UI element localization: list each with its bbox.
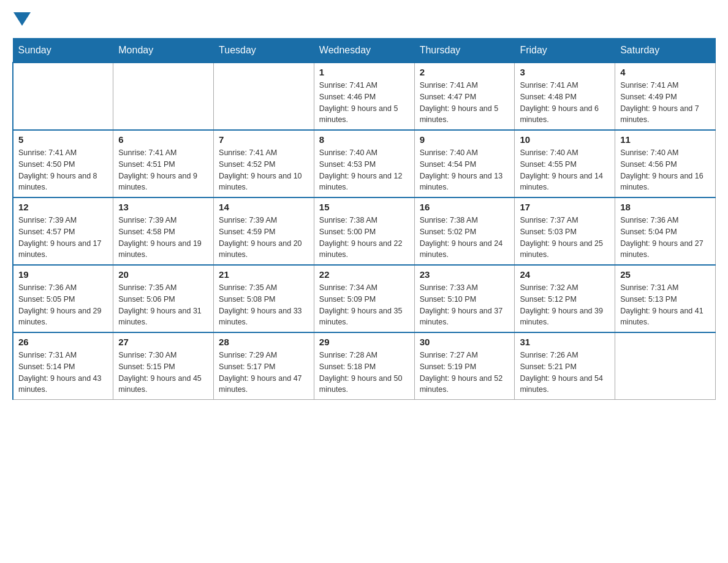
calendar-cell: 30Sunrise: 7:27 AMSunset: 5:19 PMDayligh… [414, 332, 515, 400]
calendar-cell: 11Sunrise: 7:40 AMSunset: 4:56 PMDayligh… [615, 130, 716, 197]
day-number: 17 [520, 202, 610, 212]
day-info: Sunrise: 7:28 AMSunset: 5:18 PMDaylight:… [319, 350, 409, 396]
calendar-cell: 3Sunrise: 7:41 AMSunset: 4:48 PMDaylight… [515, 63, 615, 130]
page-header [12, 12, 716, 26]
day-number: 6 [118, 134, 208, 145]
calendar-cell: 10Sunrise: 7:40 AMSunset: 4:55 PMDayligh… [515, 130, 615, 197]
day-number: 24 [520, 269, 610, 280]
day-number: 5 [18, 134, 108, 145]
day-number: 4 [620, 67, 710, 77]
day-info: Sunrise: 7:38 AMSunset: 5:00 PMDaylight:… [319, 215, 409, 261]
calendar-cell: 23Sunrise: 7:33 AMSunset: 5:10 PMDayligh… [414, 265, 515, 332]
day-number: 11 [620, 134, 710, 145]
day-info: Sunrise: 7:40 AMSunset: 4:55 PMDaylight:… [520, 147, 610, 193]
day-number: 21 [219, 269, 309, 280]
calendar-cell: 26Sunrise: 7:31 AMSunset: 5:14 PMDayligh… [13, 332, 113, 400]
calendar-cell: 27Sunrise: 7:30 AMSunset: 5:15 PMDayligh… [113, 332, 214, 400]
day-info: Sunrise: 7:31 AMSunset: 5:13 PMDaylight:… [620, 282, 710, 328]
day-number: 29 [319, 337, 409, 347]
calendar-header-row: SundayMondayTuesdayWednesdayThursdayFrid… [13, 39, 716, 63]
calendar-cell: 28Sunrise: 7:29 AMSunset: 5:17 PMDayligh… [214, 332, 314, 400]
calendar-cell: 14Sunrise: 7:39 AMSunset: 4:59 PMDayligh… [214, 197, 314, 265]
day-of-week-header: Sunday [13, 39, 113, 63]
day-number: 18 [620, 202, 710, 212]
calendar-cell: 9Sunrise: 7:40 AMSunset: 4:54 PMDaylight… [414, 130, 515, 197]
calendar-cell: 12Sunrise: 7:39 AMSunset: 4:57 PMDayligh… [13, 197, 113, 265]
calendar-cell [113, 63, 214, 130]
calendar-cell: 2Sunrise: 7:41 AMSunset: 4:47 PMDaylight… [414, 63, 515, 130]
calendar-cell: 21Sunrise: 7:35 AMSunset: 5:08 PMDayligh… [214, 265, 314, 332]
day-number: 12 [18, 202, 108, 212]
svg-marker-0 [13, 12, 31, 26]
day-of-week-header: Friday [515, 39, 615, 63]
day-number: 3 [520, 67, 610, 77]
day-info: Sunrise: 7:32 AMSunset: 5:12 PMDaylight:… [520, 282, 610, 328]
calendar-cell [214, 63, 314, 130]
calendar-cell: 18Sunrise: 7:36 AMSunset: 5:04 PMDayligh… [615, 197, 716, 265]
calendar-cell: 5Sunrise: 7:41 AMSunset: 4:50 PMDaylight… [13, 130, 113, 197]
calendar-week-row: 12Sunrise: 7:39 AMSunset: 4:57 PMDayligh… [13, 197, 716, 265]
day-info: Sunrise: 7:39 AMSunset: 4:58 PMDaylight:… [118, 215, 208, 261]
day-info: Sunrise: 7:40 AMSunset: 4:53 PMDaylight:… [319, 147, 409, 193]
day-info: Sunrise: 7:39 AMSunset: 4:59 PMDaylight:… [219, 215, 309, 261]
day-number: 8 [319, 134, 409, 145]
calendar-cell: 29Sunrise: 7:28 AMSunset: 5:18 PMDayligh… [314, 332, 414, 400]
calendar-cell: 24Sunrise: 7:32 AMSunset: 5:12 PMDayligh… [515, 265, 615, 332]
calendar-week-row: 26Sunrise: 7:31 AMSunset: 5:14 PMDayligh… [13, 332, 716, 400]
calendar-week-row: 5Sunrise: 7:41 AMSunset: 4:50 PMDaylight… [13, 130, 716, 197]
day-number: 25 [620, 269, 710, 280]
day-number: 2 [420, 67, 510, 77]
day-info: Sunrise: 7:40 AMSunset: 4:56 PMDaylight:… [620, 147, 710, 193]
calendar-cell: 31Sunrise: 7:26 AMSunset: 5:21 PMDayligh… [515, 332, 615, 400]
day-of-week-header: Thursday [414, 39, 515, 63]
calendar-cell: 22Sunrise: 7:34 AMSunset: 5:09 PMDayligh… [314, 265, 414, 332]
calendar-cell [615, 332, 716, 400]
day-number: 31 [520, 337, 610, 347]
day-info: Sunrise: 7:35 AMSunset: 5:06 PMDaylight:… [118, 282, 208, 328]
calendar-cell: 1Sunrise: 7:41 AMSunset: 4:46 PMDaylight… [314, 63, 414, 130]
day-info: Sunrise: 7:39 AMSunset: 4:57 PMDaylight:… [18, 215, 108, 261]
day-of-week-header: Wednesday [314, 39, 414, 63]
day-info: Sunrise: 7:37 AMSunset: 5:03 PMDaylight:… [520, 215, 610, 261]
day-info: Sunrise: 7:31 AMSunset: 5:14 PMDaylight:… [18, 350, 108, 396]
day-of-week-header: Saturday [615, 39, 716, 63]
calendar-cell: 4Sunrise: 7:41 AMSunset: 4:49 PMDaylight… [615, 63, 716, 130]
calendar-cell: 7Sunrise: 7:41 AMSunset: 4:52 PMDaylight… [214, 130, 314, 197]
day-info: Sunrise: 7:38 AMSunset: 5:02 PMDaylight:… [420, 215, 510, 261]
day-info: Sunrise: 7:41 AMSunset: 4:47 PMDaylight:… [420, 80, 510, 126]
day-info: Sunrise: 7:41 AMSunset: 4:48 PMDaylight:… [520, 80, 610, 126]
day-info: Sunrise: 7:40 AMSunset: 4:54 PMDaylight:… [420, 147, 510, 193]
day-info: Sunrise: 7:41 AMSunset: 4:49 PMDaylight:… [620, 80, 710, 126]
day-info: Sunrise: 7:27 AMSunset: 5:19 PMDaylight:… [420, 350, 510, 396]
day-info: Sunrise: 7:41 AMSunset: 4:50 PMDaylight:… [18, 147, 108, 193]
day-info: Sunrise: 7:41 AMSunset: 4:51 PMDaylight:… [118, 147, 208, 193]
logo [12, 12, 31, 26]
day-info: Sunrise: 7:35 AMSunset: 5:08 PMDaylight:… [219, 282, 309, 328]
calendar-cell [13, 63, 113, 130]
day-number: 28 [219, 337, 309, 347]
day-info: Sunrise: 7:29 AMSunset: 5:17 PMDaylight:… [219, 350, 309, 396]
calendar-cell: 15Sunrise: 7:38 AMSunset: 5:00 PMDayligh… [314, 197, 414, 265]
day-number: 10 [520, 134, 610, 145]
calendar-cell: 19Sunrise: 7:36 AMSunset: 5:05 PMDayligh… [13, 265, 113, 332]
day-info: Sunrise: 7:36 AMSunset: 5:05 PMDaylight:… [18, 282, 108, 328]
day-number: 20 [118, 269, 208, 280]
calendar-week-row: 1Sunrise: 7:41 AMSunset: 4:46 PMDaylight… [13, 63, 716, 130]
calendar-cell: 8Sunrise: 7:40 AMSunset: 4:53 PMDaylight… [314, 130, 414, 197]
logo-triangle-icon [13, 12, 31, 26]
calendar-cell: 17Sunrise: 7:37 AMSunset: 5:03 PMDayligh… [515, 197, 615, 265]
day-info: Sunrise: 7:26 AMSunset: 5:21 PMDaylight:… [520, 350, 610, 396]
day-number: 26 [18, 337, 108, 347]
day-info: Sunrise: 7:34 AMSunset: 5:09 PMDaylight:… [319, 282, 409, 328]
day-number: 30 [420, 337, 510, 347]
day-number: 15 [319, 202, 409, 212]
day-number: 22 [319, 269, 409, 280]
day-info: Sunrise: 7:30 AMSunset: 5:15 PMDaylight:… [118, 350, 208, 396]
day-number: 14 [219, 202, 309, 212]
calendar-cell: 6Sunrise: 7:41 AMSunset: 4:51 PMDaylight… [113, 130, 214, 197]
day-number: 9 [420, 134, 510, 145]
day-of-week-header: Monday [113, 39, 214, 63]
calendar-cell: 20Sunrise: 7:35 AMSunset: 5:06 PMDayligh… [113, 265, 214, 332]
day-number: 16 [420, 202, 510, 212]
day-number: 19 [18, 269, 108, 280]
